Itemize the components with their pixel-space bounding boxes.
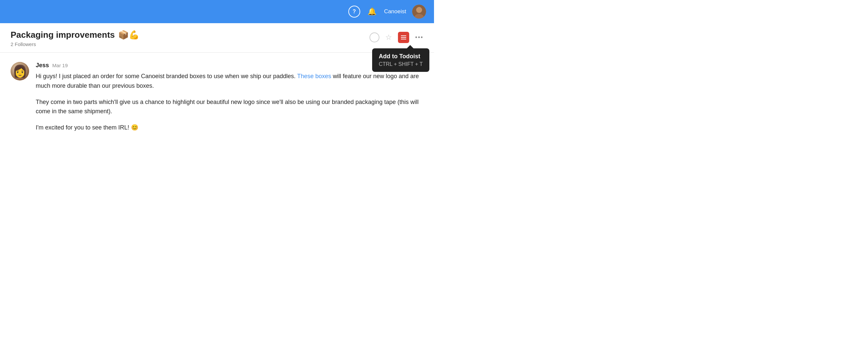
post-paragraph-1: Hi guys! I just placed an order for some… — [36, 71, 424, 91]
post-paragraph-3: I'm excited for you to see them IRL! 😊 — [36, 123, 424, 133]
todoist-icon — [401, 35, 406, 39]
tooltip-title: Add to Todoist — [379, 53, 423, 60]
todoist-button[interactable] — [398, 32, 409, 43]
author-avatar-image — [10, 62, 29, 81]
post-area: Jess Mar 19 Hi guys! I just placed an or… — [0, 53, 434, 142]
these-boxes-link[interactable]: These boxes — [297, 73, 331, 80]
username-label: Canoeist — [384, 8, 406, 15]
topic-actions: ☆ ••• — [370, 32, 424, 43]
topic-title-emojis: 📦💪 — [118, 30, 139, 40]
followers-count: 2 Followers — [10, 41, 424, 47]
topic-header: Packaging improvements 📦💪 2 Followers ☆ … — [0, 23, 434, 53]
avatar-image — [412, 5, 426, 19]
todoist-tooltip: Add to Todoist CTRL + SHIFT + T — [372, 48, 429, 72]
post-author-name: Jess — [36, 62, 49, 69]
complete-button[interactable] — [370, 32, 379, 42]
post-meta: Jess Mar 19 — [36, 62, 424, 69]
post-author-avatar — [10, 62, 29, 81]
para3-text: I'm excited for you to see them IRL! 😊 — [36, 124, 138, 131]
svg-point-1 — [416, 7, 422, 13]
avatar[interactable] — [412, 5, 426, 19]
topic-title: Packaging improvements 📦💪 — [10, 30, 424, 40]
para1-before-link: Hi guys! I just placed an order for some… — [36, 73, 297, 80]
notification-bell-icon[interactable]: 🔔 — [366, 6, 378, 18]
post: Jess Mar 19 Hi guys! I just placed an or… — [10, 62, 424, 133]
tooltip-box: Add to Todoist CTRL + SHIFT + T — [372, 48, 429, 72]
app-header: ? 🔔 Canoeist — [0, 0, 434, 23]
tooltip-shortcut: CTRL + SHIFT + T — [379, 61, 423, 67]
more-options-button[interactable]: ••• — [415, 34, 424, 41]
para2-text: They come in two parts which'll give us … — [36, 99, 419, 115]
post-date: Mar 19 — [52, 63, 68, 68]
post-content: Jess Mar 19 Hi guys! I just placed an or… — [36, 62, 424, 133]
post-paragraph-2: They come in two parts which'll give us … — [36, 97, 424, 117]
post-body: Hi guys! I just placed an order for some… — [36, 71, 424, 133]
help-icon[interactable]: ? — [348, 6, 360, 18]
star-button[interactable]: ☆ — [385, 33, 392, 42]
